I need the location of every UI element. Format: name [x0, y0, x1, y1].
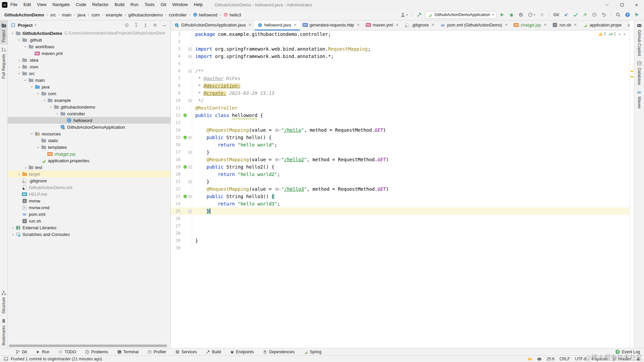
- code-editor[interactable]: 1package com.example.githubactiondemo.co…: [171, 31, 630, 348]
- tree-item--gitignore[interactable]: .gitignore: [8, 177, 170, 184]
- code-line[interactable]: 25 }: [171, 207, 630, 215]
- breadcrumb-item[interactable]: githubactiondemo: [127, 12, 164, 18]
- run-button[interactable]: [498, 11, 506, 18]
- tree-item-src[interactable]: ›src: [8, 70, 170, 77]
- code-line[interactable]: 23 public String hello3() {: [171, 193, 630, 200]
- hammer-button[interactable]: [416, 11, 423, 18]
- toolwindow-todo[interactable]: TODO: [58, 350, 76, 354]
- tree-item-mvnw[interactable]: ›mvnw: [8, 197, 170, 204]
- tree-chevron-icon[interactable]: ›: [23, 165, 28, 170]
- updates-cloud[interactable]: [527, 357, 532, 361]
- tab-close-icon[interactable]: ✕: [544, 23, 547, 27]
- tree-item-maven-yml[interactable]: YMLmaven.yml: [8, 50, 170, 57]
- toolwindow-dependencies[interactable]: Dependencies: [263, 350, 295, 354]
- tree-item-githubactiondemo[interactable]: ›GithubActionDemoC:\Users\Administrator\…: [8, 30, 170, 37]
- toolwindow-terminal[interactable]: Terminal: [117, 350, 139, 354]
- code-line[interactable]: 7 * @author HiFxs: [171, 75, 630, 82]
- tree-item-helloword[interactable]: Chelloword: [8, 117, 170, 124]
- git-branch[interactable]: master: [612, 357, 631, 361]
- code-line[interactable]: 13: [171, 119, 630, 126]
- coverage-button[interactable]: [517, 11, 525, 18]
- fold-marker-slot[interactable]: [188, 97, 192, 104]
- stop-button[interactable]: [538, 11, 546, 18]
- tab-close-icon[interactable]: ✕: [357, 23, 360, 27]
- menu-refactor[interactable]: Refactor: [89, 0, 112, 9]
- tree-chevron-icon[interactable]: ›: [23, 78, 28, 83]
- profiler-button[interactable]: ▾: [527, 11, 536, 18]
- inspections-widget[interactable]: 2 1 ∧ ∨: [598, 32, 626, 36]
- indent-style[interactable]: 4 spaces: [591, 357, 607, 361]
- tab-close-icon[interactable]: ✕: [395, 23, 398, 27]
- tab-close-icon[interactable]: ✕: [431, 23, 434, 27]
- typos-indicator[interactable]: 1: [608, 32, 616, 36]
- toolwindow-profiler[interactable]: Profiler: [147, 350, 166, 354]
- tree-item-githubactiondemo-iml[interactable]: GithubActionDemo.iml: [8, 184, 170, 191]
- tree-item-target[interactable]: ›target: [8, 171, 170, 177]
- tree-item-pom-xml[interactable]: mpom.xml: [8, 211, 170, 218]
- url-globe-icon[interactable]: ∨: [275, 158, 281, 162]
- profiler-colored-button[interactable]: [633, 11, 641, 18]
- caret-position[interactable]: 25:6: [547, 357, 554, 361]
- search-button[interactable]: [614, 11, 622, 18]
- gutter-icon-slot[interactable]: [182, 194, 188, 199]
- tree-chevron-icon[interactable]: ›: [17, 71, 22, 76]
- tree-chevron-icon[interactable]: ›: [55, 111, 60, 116]
- tree-chevron-icon[interactable]: ›: [42, 98, 47, 103]
- tab-close-icon[interactable]: ✕: [248, 23, 251, 27]
- tree-item-run-sh[interactable]: ›run.sh: [8, 218, 170, 224]
- tab-helloword-java[interactable]: Chelloword.java✕: [255, 20, 300, 31]
- fold-marker-slot[interactable]: [188, 67, 192, 75]
- tree-chevron-icon[interactable]: ›: [49, 105, 54, 110]
- toolwindow-problems[interactable]: Problems: [85, 350, 108, 354]
- tree-item-example[interactable]: ›example: [8, 97, 170, 104]
- fold-marker-slot[interactable]: [188, 207, 192, 215]
- collapse-all-button[interactable]: [142, 22, 149, 28]
- tree-chevron-icon[interactable]: ›: [10, 31, 15, 36]
- fold-marker-slot[interactable]: [188, 53, 192, 60]
- gutter-icon-slot[interactable]: [182, 135, 188, 140]
- menu-tools[interactable]: Tools: [142, 0, 158, 9]
- next-problem-chevron-icon[interactable]: ∨: [623, 32, 626, 36]
- stripe-button-database[interactable]: Database: [634, 58, 644, 87]
- tree-item-controller[interactable]: ›controller: [8, 110, 170, 117]
- code-line[interactable]: 24 return "hello world3";: [171, 200, 630, 207]
- run-configuration-select[interactable]: GithubActionDemoApplication▾: [425, 11, 496, 19]
- menu-window[interactable]: Window: [169, 0, 191, 9]
- code-line[interactable]: 28: [171, 230, 630, 237]
- tree-chevron-icon[interactable]: ›: [23, 44, 28, 49]
- code-line[interactable]: 14 @RequestMapping(value = ∨"/hello", me…: [171, 126, 630, 134]
- warning-mark[interactable]: [631, 76, 633, 77]
- tree-item-static[interactable]: static: [8, 137, 170, 144]
- code-line[interactable]: 26: [171, 215, 630, 222]
- tree-chevron-icon[interactable]: ›: [30, 84, 35, 89]
- minimize-button[interactable]: ─: [600, 0, 614, 9]
- tree-chevron-icon[interactable]: ›: [17, 58, 22, 63]
- code-line[interactable]: 19 public String hello2() {: [171, 163, 630, 171]
- toolwindow-git[interactable]: Git: [15, 350, 27, 354]
- tree-item-test[interactable]: ›test: [8, 164, 170, 171]
- locate-button[interactable]: [123, 22, 130, 28]
- maximize-button[interactable]: [614, 0, 629, 9]
- stripe-button-project[interactable]: Project: [0, 20, 7, 45]
- tree-chevron-icon[interactable]: ›: [10, 225, 15, 230]
- toolwindow-spring[interactable]: Spring: [304, 350, 322, 354]
- toolwindow-toggle-icon[interactable]: [3, 357, 8, 361]
- tab-close-icon[interactable]: ✕: [574, 23, 577, 27]
- breadcrumb-item[interactable]: main: [61, 12, 72, 18]
- fold-marker-slot[interactable]: [188, 45, 192, 53]
- tree-chevron-icon[interactable]: ›: [17, 64, 22, 69]
- status-message[interactable]: Pushed 1 commit to origin/master (21 min…: [11, 357, 102, 361]
- breadcrumb-item[interactable]: com: [91, 12, 101, 18]
- line-separator[interactable]: CRLF: [559, 357, 570, 361]
- warning-mark[interactable]: [631, 71, 633, 72]
- stripe-button-structure[interactable]: Structure: [0, 288, 7, 316]
- tree-item-chatgpt-jsp[interactable]: JSPchatgpt.jsp: [8, 150, 170, 157]
- menu-build[interactable]: Build: [112, 0, 127, 9]
- gutter-icon-slot[interactable]: [182, 113, 188, 118]
- menu-run[interactable]: Run: [127, 0, 142, 9]
- breadcrumb-item[interactable]: example: [105, 12, 123, 18]
- gear-button[interactable]: [152, 22, 158, 28]
- url-globe-icon[interactable]: ∨: [275, 187, 281, 191]
- menu-view[interactable]: View: [34, 0, 49, 9]
- tree-item-resources[interactable]: ›resources: [8, 130, 170, 137]
